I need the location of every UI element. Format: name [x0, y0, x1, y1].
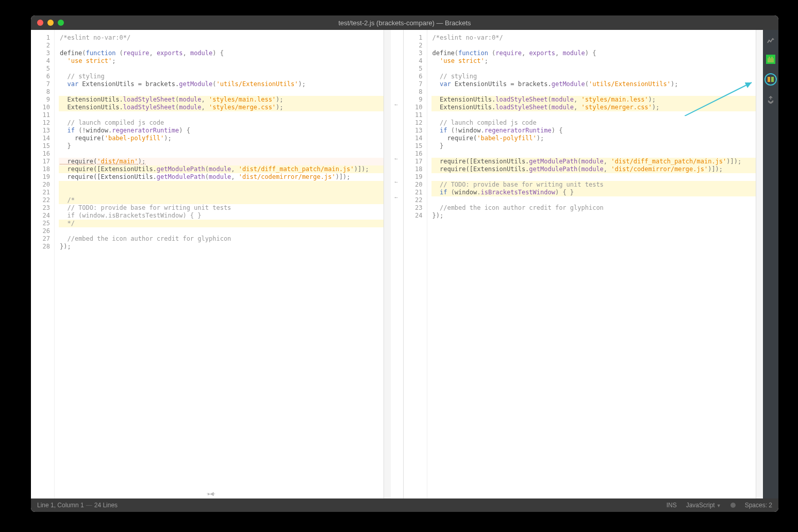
code-line[interactable]: /*eslint no-var:0*/ [59, 34, 384, 42]
left-scrollbar[interactable] [384, 30, 391, 498]
indent-setting[interactable]: Spaces: 2 [745, 502, 772, 509]
extension-manager-icon[interactable] [766, 55, 775, 64]
zoom-window-button[interactable] [58, 20, 64, 26]
status-right: INS JavaScript▼ Spaces: 2 [667, 502, 772, 509]
code-line[interactable]: /* [59, 196, 384, 204]
code-line[interactable]: // TODO: provide base for writing unit t… [431, 181, 756, 189]
left-code[interactable]: /*eslint no-var:0*/define(function (requ… [55, 30, 384, 498]
line-number: 12 [404, 119, 423, 127]
code-line[interactable] [431, 196, 756, 204]
code-line[interactable]: // styling [431, 73, 756, 80]
insert-mode[interactable]: INS [667, 502, 677, 509]
line-number: 4 [31, 57, 50, 65]
status-indicator-icon[interactable] [730, 503, 736, 508]
code-line[interactable]: require('babel-polyfill'); [431, 135, 756, 142]
code-line[interactable]: // launch compiled js code [59, 119, 384, 127]
code-line[interactable]: 'use strict'; [431, 57, 756, 65]
code-line[interactable] [431, 111, 756, 119]
right-code[interactable]: /*eslint no-var:0*/define(function (requ… [427, 30, 756, 498]
code-line[interactable]: if (!window.regeneratorRuntime) { [431, 127, 756, 135]
minimize-window-button[interactable] [47, 20, 54, 26]
cursor-position[interactable]: Line 1, Column 1 [37, 502, 84, 509]
code-line[interactable]: ExtensionUtils.loadStyleSheet(module, 's… [431, 96, 756, 104]
merge-arrow-icon[interactable]: ← [394, 194, 399, 200]
code-line[interactable]: //embed the icon author credit for glyph… [59, 235, 384, 243]
compare-icon[interactable] [764, 73, 777, 86]
close-window-button[interactable] [37, 20, 43, 26]
code-line[interactable]: require([ExtensionUtils.getModulePath(mo… [59, 173, 384, 181]
code-line[interactable]: // styling [59, 73, 384, 80]
code-line[interactable]: if (!window.regeneratorRuntime) { [59, 127, 384, 135]
code-line[interactable] [431, 173, 756, 181]
app-window: test/test-2.js (brackets-compare) — Brac… [31, 15, 778, 512]
code-line[interactable]: ExtensionUtils.loadStyleSheet(module, 's… [59, 104, 384, 111]
line-number: 20 [404, 181, 423, 189]
code-line[interactable]: // launch compiled js code [431, 119, 756, 127]
line-number: 18 [404, 165, 423, 173]
merge-arrow-icon[interactable]: ← [394, 179, 399, 185]
line-number: 11 [31, 111, 50, 119]
code-line[interactable]: ExtensionUtils.loadStyleSheet(module, 's… [431, 104, 756, 111]
code-line[interactable]: }); [59, 243, 384, 251]
live-preview-icon[interactable] [766, 36, 775, 45]
line-number: 25 [31, 220, 50, 227]
code-line[interactable]: if (window.isBracketsTestWindow) { } [59, 212, 384, 220]
code-line[interactable] [59, 88, 384, 96]
status-left: Line 1, Column 1 — 24 Lines [37, 502, 118, 509]
code-line[interactable]: require([ExtensionUtils.getModulePath(mo… [431, 165, 756, 173]
code-line[interactable]: }); [431, 212, 756, 220]
right-gutter: 123456789101112131415161718192021222324 [404, 30, 427, 498]
code-line[interactable] [59, 189, 384, 196]
code-line[interactable]: var ExtensionUtils = brackets.getModule(… [59, 80, 384, 88]
code-line[interactable]: define(function (require, exports, modul… [431, 49, 756, 57]
code-line[interactable] [431, 88, 756, 96]
code-line[interactable]: require([ExtensionUtils.getModulePath(mo… [431, 158, 756, 165]
code-line[interactable]: require([ExtensionUtils.getModulePath(mo… [59, 165, 384, 173]
line-number: 2 [31, 42, 50, 49]
code-line[interactable] [59, 65, 384, 73]
code-line[interactable]: //embed the icon author credit for glyph… [431, 204, 756, 212]
left-editor-pane[interactable]: 1234567891011121314151617181920212223242… [31, 30, 391, 498]
merge-arrow-icon[interactable]: ← [394, 156, 399, 161]
code-line[interactable]: require('dist/main'); [59, 158, 384, 165]
code-line[interactable] [59, 42, 384, 49]
code-line[interactable] [59, 227, 384, 235]
svg-rect-1 [769, 57, 770, 58]
code-line[interactable] [59, 111, 384, 119]
line-number: 20 [31, 181, 50, 189]
code-line[interactable]: var ExtensionUtils = brackets.getModule(… [431, 80, 756, 88]
code-line[interactable]: define(function (require, exports, modul… [59, 49, 384, 57]
code-line[interactable] [59, 181, 384, 189]
line-number: 16 [31, 150, 50, 158]
language-mode[interactable]: JavaScript▼ [686, 502, 721, 509]
line-number: 9 [31, 96, 50, 104]
code-line[interactable]: require('babel-polyfill'); [59, 135, 384, 142]
line-number: 8 [31, 88, 50, 96]
extract-icon[interactable] [766, 95, 775, 104]
code-line[interactable] [431, 65, 756, 73]
code-line[interactable]: } [431, 142, 756, 150]
line-number: 15 [404, 142, 423, 150]
merge-arrow-icon[interactable]: ← [394, 102, 399, 107]
diff-panes: 1234567891011121314151617181920212223242… [31, 30, 763, 498]
code-line[interactable]: // TODO: provide base for writing unit t… [59, 204, 384, 212]
line-number: 28 [31, 243, 50, 251]
line-number: 5 [31, 65, 50, 73]
code-line[interactable]: } [59, 142, 384, 150]
code-line[interactable]: 'use strict'; [59, 57, 384, 65]
statusbar: Line 1, Column 1 — 24 Lines INS JavaScri… [31, 498, 778, 512]
line-number: 21 [404, 189, 423, 196]
code-line[interactable] [431, 150, 756, 158]
code-line[interactable]: if (window.isBracketsTestWindow) { } [431, 189, 756, 196]
line-number: 6 [404, 73, 423, 80]
pane-resize-handle-icon[interactable]: ◦▸◀◦ [207, 491, 215, 496]
code-line[interactable]: */ [59, 220, 384, 227]
right-scrollbar[interactable] [756, 30, 763, 498]
code-line[interactable] [59, 150, 384, 158]
code-line[interactable] [431, 42, 756, 49]
code-line[interactable]: /*eslint no-var:0*/ [431, 34, 756, 42]
svg-rect-3 [768, 77, 770, 82]
code-line[interactable]: ExtensionUtils.loadStyleSheet(module, 's… [59, 96, 384, 104]
line-number: 23 [31, 204, 50, 212]
right-editor-pane[interactable]: 123456789101112131415161718192021222324 … [404, 30, 763, 498]
